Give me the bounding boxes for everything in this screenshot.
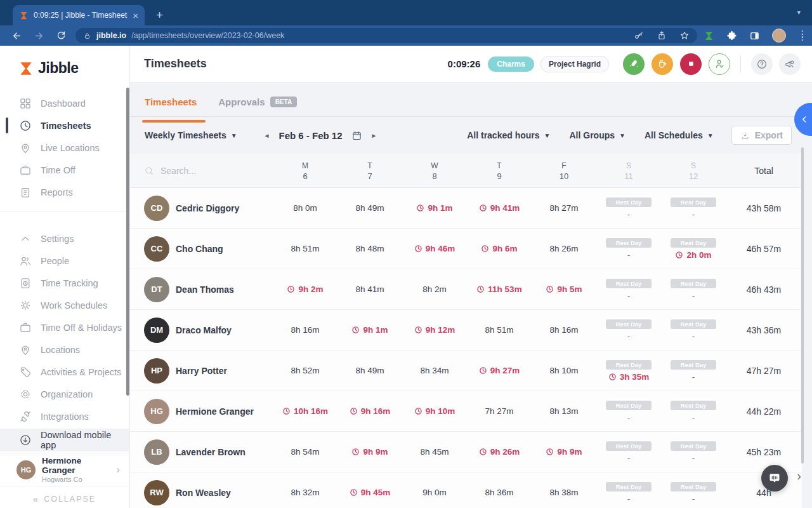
prev-week-arrow[interactable]: ◄ — [264, 132, 270, 139]
day-cell[interactable]: Rest Day- — [596, 401, 661, 422]
day-cell[interactable]: 8h 38m — [532, 488, 596, 497]
sidebar-item-settings[interactable]: Settings — [0, 227, 129, 250]
day-cell[interactable]: 8h 2m — [402, 284, 467, 294]
day-cell[interactable]: 8h 34m — [402, 366, 467, 375]
table-row[interactable]: DT Dean Thomas 9h 2m 8h 41m 8h 2m 11h 53… — [130, 269, 802, 310]
day-cell[interactable]: 8h 27m — [532, 203, 596, 213]
scroll-right-chevron[interactable]: › — [797, 469, 801, 483]
day-cell[interactable]: Rest Day2h 0m — [661, 238, 726, 260]
help-button[interactable] — [751, 53, 773, 75]
sidebar-item-download-mobile-app[interactable]: Download mobile app — [0, 429, 129, 451]
day-cell[interactable]: 8h 48m — [337, 244, 402, 253]
day-cell[interactable]: 9h 27m — [467, 366, 532, 375]
project-badge[interactable]: Project Hagrid — [540, 56, 609, 72]
address-bar[interactable]: jibble.io/app/timesheets/overview/2023-0… — [75, 28, 697, 43]
bookmark-star-icon[interactable] — [679, 30, 690, 41]
day-cell[interactable]: Rest Day- — [661, 279, 726, 300]
forward-button[interactable] — [34, 30, 44, 41]
day-cell[interactable]: 8h 16m — [532, 325, 596, 335]
table-row[interactable]: CD Cedric Diggory 8h 0m 8h 49m 9h 1m 9h … — [130, 188, 802, 229]
back-button[interactable] — [11, 30, 22, 41]
sidebar-user[interactable]: HG Hermione Granger Hogwarts Co › — [0, 453, 129, 486]
day-cell[interactable]: 8h 13m — [532, 406, 596, 416]
day-cell[interactable]: 9h 0m — [402, 488, 467, 497]
day-cell[interactable]: Rest Day- — [661, 441, 726, 463]
jibble-extension-icon[interactable] — [704, 30, 714, 41]
day-cell[interactable]: 8h 45m — [402, 447, 467, 457]
day-cell[interactable]: 8h 41m — [337, 284, 402, 294]
day-cell[interactable]: 9h 1m — [402, 203, 467, 213]
day-cell[interactable]: Rest Day- — [596, 441, 661, 463]
share-icon[interactable] — [657, 30, 667, 41]
attendance-button[interactable] — [709, 53, 730, 75]
browser-profile-avatar[interactable] — [772, 29, 786, 43]
day-cell[interactable]: 9h 6m — [467, 244, 532, 253]
day-cell[interactable]: 8h 49m — [337, 366, 402, 375]
day-cell[interactable]: 8h 16m — [273, 325, 337, 335]
day-cell[interactable]: Rest Day- — [596, 482, 661, 504]
table-row[interactable]: HP Harry Potter 8h 52m 8h 49m 8h 34m 9h … — [130, 351, 802, 391]
day-cell[interactable]: Rest Day- — [596, 238, 661, 260]
sidebar-item-time-tracking[interactable]: Time Tracking — [0, 272, 129, 294]
day-cell[interactable]: 8h 52m — [273, 366, 337, 375]
tab-close-icon[interactable]: × — [133, 11, 138, 20]
day-cell[interactable]: 9h 1m — [337, 325, 402, 335]
tab-timesheets[interactable]: Timesheets — [145, 97, 197, 116]
sidebar-item-organization[interactable]: Organization — [0, 383, 129, 405]
day-cell[interactable]: 8h 26m — [532, 244, 596, 253]
tab-approvals[interactable]: Approvals BETA — [218, 97, 297, 116]
day-cell[interactable]: 9h 46m — [402, 244, 467, 253]
day-cell[interactable]: Rest Day- — [596, 197, 661, 219]
day-cell[interactable]: 7h 27m — [467, 406, 532, 416]
day-cell[interactable]: Rest Day- — [661, 319, 726, 341]
sidebar-item-time-off-holidays[interactable]: Time Off & Holidays — [0, 316, 129, 338]
main-scrollbar[interactable] — [801, 147, 804, 464]
sidebar-item-integrations[interactable]: Integrations — [0, 405, 129, 427]
day-cell[interactable]: 11h 53m — [467, 284, 532, 294]
day-cell[interactable]: Rest Day- — [661, 482, 726, 504]
day-cell[interactable]: Rest Day- — [596, 319, 661, 341]
new-tab-button[interactable]: + — [156, 9, 163, 21]
browser-tab[interactable]: 0:09:25 | Jibble - Timesheets × — [13, 5, 145, 25]
next-week-arrow[interactable]: ► — [371, 132, 377, 139]
day-cell[interactable]: 9h 5m — [532, 284, 596, 294]
filter-all-schedules[interactable]: All Schedules▼ — [645, 130, 714, 140]
stop-timer-button[interactable] — [680, 53, 702, 75]
filter-all-tracked-hours[interactable]: All tracked hours▼ — [467, 130, 550, 140]
day-cell[interactable]: 9h 16m — [337, 406, 402, 416]
period-select[interactable]: Weekly Timesheets▼ — [145, 130, 237, 140]
export-button[interactable]: Export — [731, 126, 792, 145]
sidebar-item-dashboard[interactable]: Dashboard — [0, 92, 129, 114]
switch-activity-button[interactable] — [623, 53, 645, 75]
sidebar-scrollbar[interactable] — [126, 88, 129, 396]
chat-widget-button[interactable] — [761, 465, 788, 491]
day-cell[interactable]: 9h 12m — [402, 325, 467, 335]
date-range-label[interactable]: Feb 6 - Feb 12 — [278, 130, 342, 141]
day-cell[interactable]: 8h 0m — [273, 203, 337, 213]
collapse-sidebar-button[interactable]: « COLLAPSE — [0, 486, 129, 508]
day-cell[interactable]: 9h 10m — [402, 406, 467, 416]
table-row[interactable]: HG Hermione Granger 10h 16m 9h 16m 9h 10… — [130, 391, 802, 432]
day-cell[interactable]: 9h 9m — [337, 447, 402, 457]
sidebar-item-timesheets[interactable]: Timesheets — [0, 114, 129, 137]
day-cell[interactable]: 8h 32m — [273, 488, 337, 497]
passkey-icon[interactable] — [634, 30, 644, 41]
day-cell[interactable]: 9h 2m — [273, 284, 337, 294]
table-row[interactable]: RW Ron Weasley 8h 32m 9h 45m 9h 0m 8h 36… — [130, 472, 802, 508]
sidebar-item-people[interactable]: People — [0, 250, 129, 272]
sidebar-item-activities-projects[interactable]: Activities & Projects — [0, 361, 129, 383]
sidebar-item-locations[interactable]: Locations — [0, 338, 129, 361]
sidebar-item-reports[interactable]: Reports — [0, 181, 129, 203]
day-cell[interactable]: 8h 51m — [273, 244, 337, 253]
reload-button[interactable] — [56, 30, 67, 41]
break-button[interactable] — [652, 53, 673, 75]
search-input[interactable] — [160, 166, 256, 176]
day-cell[interactable]: 8h 36m — [467, 488, 532, 497]
day-cell[interactable]: 9h 45m — [337, 488, 402, 497]
day-cell[interactable]: Rest Day- — [661, 360, 726, 382]
table-row[interactable]: DM Draco Malfoy 8h 16m 9h 1m 9h 12m 8h 5… — [130, 310, 802, 351]
calendar-icon[interactable] — [351, 130, 362, 141]
sidebar-item-live-locations[interactable]: Live Locations — [0, 137, 129, 159]
browser-menu-icon[interactable]: ⋮⋮ — [798, 32, 802, 39]
activity-badge[interactable]: Charms — [488, 57, 534, 72]
